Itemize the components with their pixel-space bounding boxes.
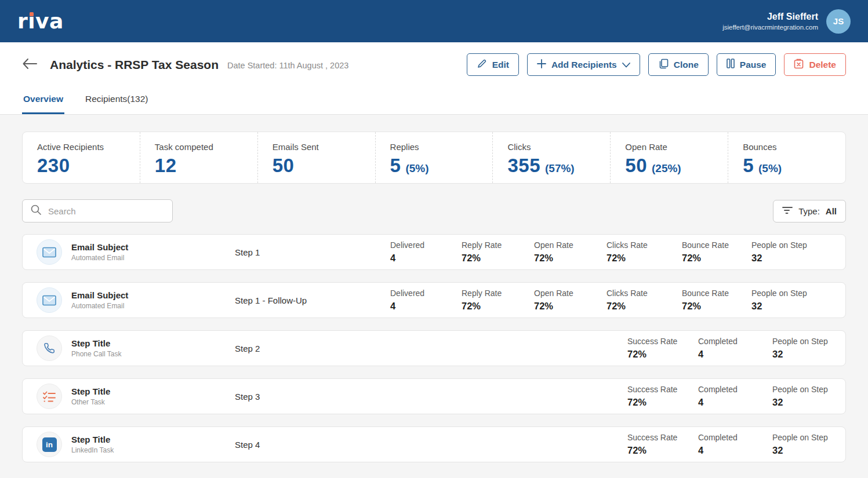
metric-reply-rate: Reply Rate72% <box>462 240 534 264</box>
chevron-down-icon <box>622 60 630 70</box>
edit-button[interactable]: Edit <box>467 53 519 76</box>
step-info: Email Subject Automated Email <box>37 239 235 265</box>
stat-percent: (25%) <box>652 162 681 175</box>
metric-delivered: Delivered4 <box>390 289 462 312</box>
avatar[interactable]: JS <box>826 9 851 34</box>
step-titles: Email Subject Automated Email <box>71 290 128 310</box>
step-title: Email Subject <box>71 242 128 252</box>
list-toolbar: Type: All <box>22 199 846 222</box>
metric-people-on-step: People on Step32 <box>751 240 831 264</box>
stat-percent: (5%) <box>758 162 782 175</box>
steps-list: Email Subject Automated Email Step 1 Del… <box>22 234 846 462</box>
step-number-label: Step 1 <box>235 247 390 257</box>
step-row-other[interactable]: Step Title Other Task Step 3 Success Rat… <box>22 378 846 414</box>
step-row-linkedin[interactable]: in Step Title LinkedIn Task Step 4 Succe… <box>22 426 846 462</box>
search-box[interactable] <box>22 199 173 222</box>
metric-bounce-rate: Bounce Rate72% <box>682 240 751 264</box>
metric-delivered: Delivered4 <box>390 240 462 264</box>
user-name: Jeff Sieffert <box>722 12 818 22</box>
date-started-label: Date Started: 11th August , 2023 <box>227 59 348 70</box>
step-subtitle: Other Task <box>71 398 110 406</box>
pause-button[interactable]: Pause <box>717 53 776 76</box>
step-subtitle: Automated Email <box>71 302 128 310</box>
linkedin-icon: in <box>37 432 62 457</box>
stat-percent: (5%) <box>405 162 428 175</box>
tabbar: Overview Recipients(132) <box>0 87 868 115</box>
type-filter-label: Type: <box>798 206 820 216</box>
step-metrics: Delivered4 Reply Rate72% Open Rate72% Cl… <box>390 240 831 264</box>
step-number-label: Step 4 <box>235 440 627 450</box>
back-button[interactable] <box>22 58 37 71</box>
pause-button-label: Pause <box>740 60 767 70</box>
stat-label: Active Recipients <box>37 142 140 152</box>
step-title: Step Title <box>71 386 110 396</box>
search-icon <box>30 204 42 218</box>
clone-button-label: Clone <box>674 60 699 70</box>
metric-completed: Completed4 <box>698 385 772 408</box>
stat-label: Bounces <box>743 142 845 152</box>
step-row-email-1[interactable]: Email Subject Automated Email Step 1 Del… <box>22 234 846 270</box>
filter-icon <box>782 206 793 216</box>
metric-people-on-step: People on Step32 <box>772 385 831 408</box>
step-row-email-2[interactable]: Email Subject Automated Email Step 1 - F… <box>22 282 846 318</box>
metric-people-on-step: People on Step32 <box>772 337 831 360</box>
step-metrics: Success Rate72% Completed4 People on Ste… <box>627 337 831 360</box>
top-navbar: rıva Jeff Sieffert jsieffert@rivacrminte… <box>0 0 868 42</box>
stat-value: 50 <box>273 155 295 177</box>
step-row-phone[interactable]: Step Title Phone Call Task Step 2 Succes… <box>22 330 846 366</box>
step-title: Email Subject <box>71 290 128 300</box>
step-subtitle: LinkedIn Task <box>71 446 114 454</box>
stat-active-recipients: Active Recipients 230 <box>23 132 140 183</box>
header-actions: Edit Add Recipients Clone Pause <box>467 53 846 76</box>
metric-clicks-rate: Clicks Rate72% <box>606 289 682 312</box>
step-metrics: Delivered4 Reply Rate72% Open Rate72% Cl… <box>390 289 831 312</box>
stat-value: 12 <box>155 155 177 177</box>
step-titles: Email Subject Automated Email <box>71 242 128 262</box>
step-info: in Step Title LinkedIn Task <box>37 432 235 457</box>
stat-replies: Replies 5(5%) <box>376 132 493 183</box>
step-number-label: Step 2 <box>235 344 627 353</box>
stats-summary-card: Active Recipients 230 Task competed 12 E… <box>22 132 846 184</box>
step-info: Email Subject Automated Email <box>37 287 235 313</box>
add-recipients-label: Add Recipients <box>551 60 617 70</box>
stat-label: Task competed <box>155 142 257 152</box>
logo-letters-va: va <box>35 9 64 33</box>
delete-button[interactable]: Delete <box>784 53 846 76</box>
metric-clicks-rate: Clicks Rate72% <box>606 240 682 264</box>
step-title: Step Title <box>71 435 114 444</box>
type-filter-button[interactable]: Type: All <box>773 200 846 222</box>
stat-clicks: Clicks 355(57%) <box>493 132 611 183</box>
stat-value: 5 <box>390 155 401 177</box>
step-subtitle: Automated Email <box>71 254 128 262</box>
user-area: Jeff Sieffert jsieffert@rivacrmintegrati… <box>722 9 851 34</box>
stat-value: 5 <box>743 155 754 177</box>
email-icon <box>37 287 62 313</box>
checklist-icon <box>37 384 62 409</box>
stat-value: 355 <box>507 155 540 177</box>
step-number-label: Step 3 <box>235 392 627 402</box>
riva-logo[interactable]: rıva <box>17 11 64 32</box>
tab-recipients[interactable]: Recipients(132) <box>84 94 150 114</box>
arrow-left-icon <box>22 58 37 71</box>
step-info: Step Title Phone Call Task <box>37 335 235 361</box>
pause-icon <box>727 59 735 71</box>
clone-button[interactable]: Clone <box>648 53 709 76</box>
delete-box-x-icon <box>794 59 804 71</box>
logo-i-dot <box>30 12 34 16</box>
metric-bounce-rate: Bounce Rate72% <box>682 289 751 312</box>
stat-label: Emails Sent <box>273 142 375 152</box>
main-content: Active Recipients 230 Task competed 12 E… <box>0 115 868 462</box>
step-metrics: Success Rate72% Completed4 People on Ste… <box>627 385 831 408</box>
step-subtitle: Phone Call Task <box>71 350 122 358</box>
step-info: Step Title Other Task <box>37 384 235 409</box>
logo-letter-r: r <box>17 9 28 33</box>
metric-open-rate: Open Rate72% <box>534 289 606 312</box>
search-input[interactable] <box>48 206 165 216</box>
tab-overview[interactable]: Overview <box>22 94 64 114</box>
metric-success-rate: Success Rate72% <box>627 385 698 408</box>
stat-value: 230 <box>37 155 70 177</box>
page-header: Analytics - RRSP Tax Season Date Started… <box>0 42 868 87</box>
delete-button-label: Delete <box>809 60 836 70</box>
stat-bounces: Bounces 5(5%) <box>728 132 845 183</box>
add-recipients-button[interactable]: Add Recipients <box>527 53 640 76</box>
